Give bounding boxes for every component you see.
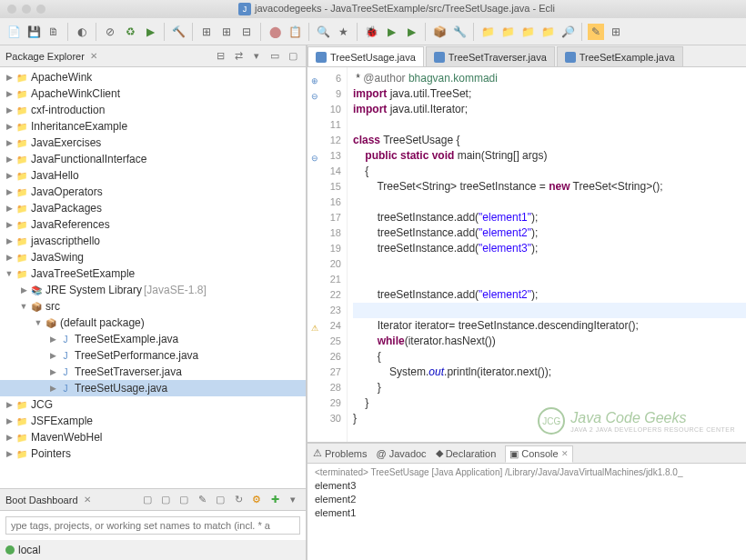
link-editor-icon[interactable]: ⇄ <box>231 49 246 64</box>
tool-button[interactable]: ▶ <box>142 24 158 40</box>
tool-button[interactable]: ⊞ <box>218 24 235 40</box>
tool-button[interactable]: ⊟ <box>238 24 255 40</box>
tool-button[interactable]: 📁 <box>519 24 536 40</box>
boot-tool-icon[interactable]: ⚙ <box>249 493 264 507</box>
boot-tool-icon[interactable]: ▢ <box>176 493 191 507</box>
code-line[interactable]: treeSetInstance.add("element3"); <box>353 241 746 256</box>
new-button[interactable]: 📄 <box>5 24 22 40</box>
save-all-button[interactable]: 🗎 <box>45 24 62 40</box>
tree-item[interactable]: ▶📁JavaFunctionalInterface <box>0 151 306 167</box>
editor-tab[interactable]: TreeSetExample.java <box>557 46 683 66</box>
window-controls[interactable] <box>7 5 45 14</box>
tool-button[interactable]: ⬤ <box>267 24 283 40</box>
view-menu-icon[interactable]: ▾ <box>249 49 264 64</box>
code-line[interactable] <box>353 117 746 133</box>
boot-tool-icon[interactable]: ▢ <box>140 493 155 507</box>
bottom-tab-declaration[interactable]: ◆Declaration <box>436 447 497 459</box>
code-line[interactable]: System.out.println(iterator.next()); <box>353 365 746 380</box>
disclosure-triangle-icon[interactable]: ▶ <box>4 433 15 442</box>
toggle-button[interactable]: ◐ <box>74 24 90 40</box>
disclosure-triangle-icon[interactable]: ▶ <box>4 204 15 213</box>
code-line[interactable]: { <box>353 164 746 179</box>
warning-icon[interactable]: ⚠ <box>309 321 318 330</box>
disclosure-triangle-icon[interactable]: ▶ <box>4 449 15 458</box>
tool-button[interactable]: ✎ <box>588 24 604 40</box>
bottom-tab-problems[interactable]: ⚠Problems <box>313 447 367 459</box>
disclosure-triangle-icon[interactable]: ▶ <box>18 285 29 295</box>
code-line[interactable]: } <box>353 380 746 395</box>
code-line[interactable]: treeSetInstance.add("element1"); <box>353 210 746 225</box>
disclosure-triangle-icon[interactable]: ▼ <box>33 318 44 327</box>
disclosure-triangle-icon[interactable]: ▶ <box>4 171 15 180</box>
disclosure-triangle-icon[interactable]: ▶ <box>4 122 15 131</box>
code-line[interactable]: treeSetInstance.add("element2"); <box>353 225 746 241</box>
collapse-all-icon[interactable]: ⊟ <box>213 49 227 64</box>
minimize-view-icon[interactable]: ▭ <box>267 49 282 64</box>
code-line[interactable]: treeSetInstance.add("element2"); <box>353 287 746 303</box>
disclosure-triangle-icon[interactable]: ▶ <box>4 89 15 98</box>
code-editor[interactable]: 6⊕9⊖10111213⊖1415161718192021222324⚠2526… <box>307 67 746 442</box>
relaunch-button[interactable]: ♻ <box>122 24 138 40</box>
boot-tool-icon[interactable]: ↻ <box>231 493 246 507</box>
disclosure-triangle-icon[interactable]: ▼ <box>18 302 29 311</box>
bottom-tab-console[interactable]: ▣Console ✕ <box>505 445 572 463</box>
tree-item[interactable]: ▶📁MavenWebHel <box>0 429 306 445</box>
console-view[interactable]: <terminated> TreeSetUsage [Java Applicat… <box>307 464 746 560</box>
fold-icon[interactable]: ⊖ <box>309 151 318 160</box>
tree-item[interactable]: ▶📁javascripthello <box>0 233 306 249</box>
tool-button[interactable]: 📁 <box>539 24 556 40</box>
search-button[interactable]: 🔎 <box>560 24 576 40</box>
disclosure-triangle-icon[interactable]: ▶ <box>4 73 15 82</box>
tool-button[interactable]: 🔧 <box>451 24 468 40</box>
disclosure-triangle-icon[interactable]: ▶ <box>4 416 15 425</box>
disclosure-triangle-icon[interactable]: ▶ <box>47 351 58 360</box>
tool-button[interactable]: ⊞ <box>608 24 624 40</box>
code-line[interactable] <box>353 303 746 318</box>
tool-button[interactable]: 📁 <box>499 24 516 40</box>
code-line[interactable]: * @author bhagvan.kommadi <box>353 71 746 86</box>
tree-item[interactable]: ▶📁JavaHello <box>0 167 306 184</box>
tool-button[interactable]: 📦 <box>431 24 448 40</box>
package-explorer-tree[interactable]: ▶📁ApacheWink▶📁ApacheWinkClient▶📁cxf-intr… <box>0 67 306 488</box>
editor-tab[interactable]: TreeSetUsage.java <box>307 46 424 66</box>
coverage-button[interactable]: ▶ <box>403 24 419 40</box>
disclosure-triangle-icon[interactable]: ▶ <box>4 187 15 196</box>
fold-icon[interactable]: ⊕ <box>309 74 318 83</box>
tree-item[interactable]: ▶📁JavaSwing <box>0 249 306 265</box>
tree-item[interactable]: ▶📁ApacheWinkClient <box>0 85 306 102</box>
close-tab-icon[interactable]: ✕ <box>561 449 569 458</box>
tree-item[interactable]: ▼📦(default package) <box>0 315 306 331</box>
tree-item[interactable]: ▼📁JavaTreeSetExample <box>0 265 306 282</box>
disclosure-triangle-icon[interactable]: ▶ <box>4 220 15 229</box>
run-button[interactable]: ▶ <box>383 24 399 40</box>
code-line[interactable]: TreeSet<String> treeSetInstance = new Tr… <box>353 179 746 195</box>
boot-tool-icon[interactable]: ▢ <box>213 493 227 507</box>
tree-item[interactable]: ▼📦src <box>0 298 306 315</box>
editor-tab[interactable]: TreeSetTraverser.java <box>426 46 555 66</box>
code-line[interactable] <box>353 256 746 272</box>
disclosure-triangle-icon[interactable]: ▶ <box>47 335 58 344</box>
tree-item[interactable]: ▶📁ApacheWink <box>0 69 306 85</box>
code-area[interactable]: * @author bhagvan.kommadiimport java.uti… <box>348 67 746 442</box>
tool-button[interactable]: 📁 <box>479 24 496 40</box>
tool-button[interactable]: ★ <box>335 24 351 40</box>
build-button[interactable]: 🔨 <box>170 24 186 40</box>
close-view-icon[interactable]: ✕ <box>84 495 91 505</box>
code-line[interactable] <box>353 272 746 287</box>
fold-icon[interactable]: ⊖ <box>309 89 318 98</box>
skip-breakpoints-icon[interactable]: ⊘ <box>102 24 118 40</box>
code-line[interactable]: while(iterator.hasNext()) <box>353 334 746 349</box>
disclosure-triangle-icon[interactable]: ▶ <box>4 155 15 164</box>
disclosure-triangle-icon[interactable]: ▼ <box>4 269 15 278</box>
save-button[interactable]: 💾 <box>25 24 42 40</box>
disclosure-triangle-icon[interactable]: ▶ <box>4 253 15 262</box>
tree-item[interactable]: ▶📁JCG <box>0 396 306 413</box>
minimize-window-icon[interactable] <box>22 5 31 14</box>
view-menu-icon[interactable]: ▾ <box>286 493 300 507</box>
code-line[interactable]: Iterator iterator= treeSetInstance.desce… <box>353 318 746 334</box>
disclosure-triangle-icon[interactable]: ▶ <box>4 236 15 245</box>
code-line[interactable]: import java.util.Iterator; <box>353 102 746 117</box>
disclosure-triangle-icon[interactable]: ▶ <box>4 105 15 115</box>
disclosure-triangle-icon[interactable]: ▶ <box>47 367 58 376</box>
maximize-view-icon[interactable]: ▢ <box>286 49 300 64</box>
